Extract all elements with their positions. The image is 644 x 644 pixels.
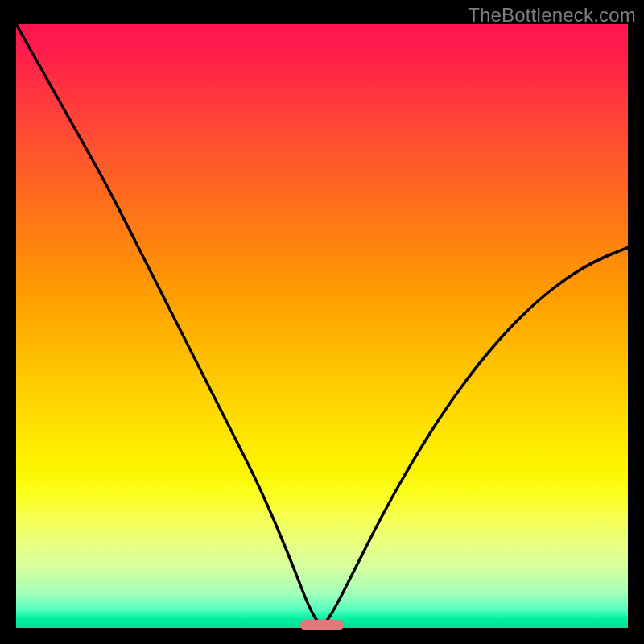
watermark-text: TheBottleneck.com bbox=[468, 4, 636, 27]
bottleneck-curve bbox=[16, 24, 628, 628]
valley-marker bbox=[300, 620, 343, 630]
chart-container: TheBottleneck.com bbox=[0, 0, 644, 644]
plot-area bbox=[16, 24, 628, 628]
